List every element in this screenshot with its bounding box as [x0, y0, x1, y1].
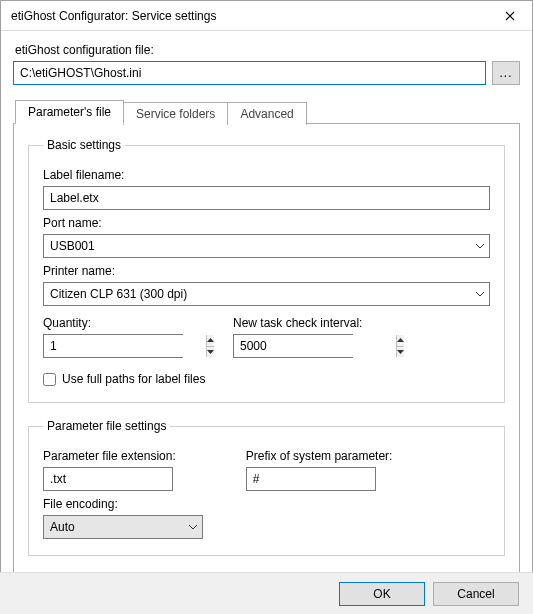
tab-advanced[interactable]: Advanced	[227, 102, 306, 125]
prefix-input[interactable]	[246, 467, 376, 491]
tab-parameters-file[interactable]: Parameter's file	[15, 100, 124, 124]
tab-strip: Parameter's file Service folders Advance…	[15, 99, 520, 123]
full-paths-label: Use full paths for label files	[62, 372, 205, 386]
dialog-footer: OK Cancel	[0, 572, 533, 614]
full-paths-checkbox[interactable]	[43, 373, 56, 386]
tab-panel: Basic settings Label filename: Port name…	[13, 123, 520, 575]
tab-service-folders[interactable]: Service folders	[123, 102, 228, 125]
browse-button[interactable]: ...	[492, 61, 520, 85]
chevron-down-icon	[471, 244, 489, 249]
window-title: etiGhost Configurator: Service settings	[11, 9, 487, 23]
title-bar: etiGhost Configurator: Service settings	[1, 1, 532, 31]
parameter-file-settings-legend: Parameter file settings	[43, 419, 170, 433]
interval-label: New task check interval:	[233, 316, 362, 330]
printer-name-select[interactable]: Citizen CLP 631 (300 dpi)	[43, 282, 490, 306]
close-button[interactable]	[487, 1, 532, 31]
quantity-label: Quantity:	[43, 316, 183, 330]
chevron-down-icon	[397, 350, 404, 354]
chevron-down-icon	[207, 350, 214, 354]
basic-settings-legend: Basic settings	[43, 138, 125, 152]
label-filename-input[interactable]	[43, 186, 490, 210]
quantity-stepper[interactable]	[43, 334, 183, 358]
encoding-value: Auto	[50, 520, 184, 534]
config-file-input[interactable]	[13, 61, 486, 85]
chevron-down-icon	[471, 292, 489, 297]
basic-settings-group: Basic settings Label filename: Port name…	[28, 138, 505, 403]
port-name-value: USB001	[50, 239, 471, 253]
label-filename-label: Label filename:	[43, 168, 490, 182]
interval-input[interactable]	[234, 335, 396, 357]
port-name-label: Port name:	[43, 216, 490, 230]
parameter-file-settings-group: Parameter file settings Parameter file e…	[28, 419, 505, 556]
printer-name-label: Printer name:	[43, 264, 490, 278]
chevron-up-icon	[397, 338, 404, 342]
extension-label: Parameter file extension:	[43, 449, 176, 463]
encoding-select[interactable]: Auto	[43, 515, 203, 539]
port-name-select[interactable]: USB001	[43, 234, 490, 258]
close-icon	[505, 11, 515, 21]
chevron-down-icon	[184, 525, 202, 530]
interval-stepper[interactable]	[233, 334, 353, 358]
prefix-label: Prefix of system parameter:	[246, 449, 393, 463]
quantity-input[interactable]	[44, 335, 206, 357]
interval-down-button[interactable]	[397, 347, 404, 358]
encoding-label: File encoding:	[43, 497, 490, 511]
quantity-down-button[interactable]	[207, 347, 214, 358]
cancel-button[interactable]: Cancel	[433, 582, 519, 606]
printer-name-value: Citizen CLP 631 (300 dpi)	[50, 287, 471, 301]
quantity-up-button[interactable]	[207, 335, 214, 347]
chevron-up-icon	[207, 338, 214, 342]
ok-button[interactable]: OK	[339, 582, 425, 606]
config-file-label: etiGhost configuration file:	[15, 43, 520, 57]
interval-up-button[interactable]	[397, 335, 404, 347]
extension-input[interactable]	[43, 467, 173, 491]
